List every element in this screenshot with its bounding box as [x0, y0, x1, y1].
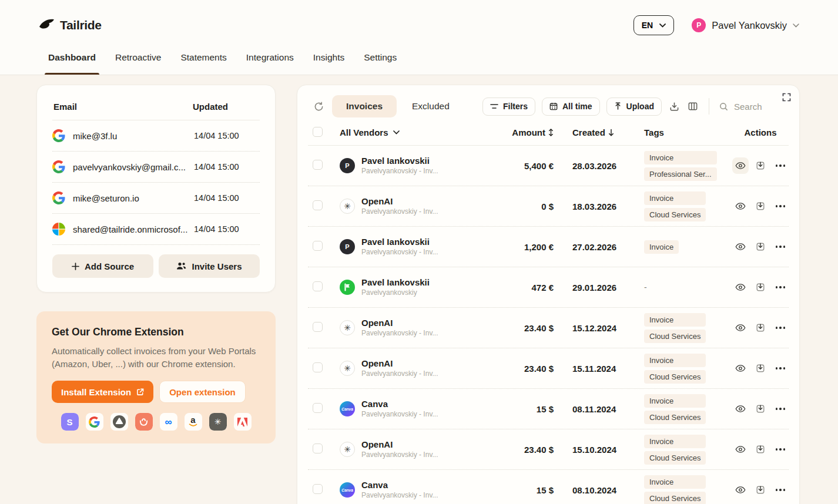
download-invoice-icon[interactable] — [752, 482, 769, 498]
upload-button[interactable]: Upload — [606, 98, 662, 116]
invoice-amount: 15 $ — [497, 404, 554, 414]
invoice-row[interactable]: P Pavel Iankovskii Pavelvyankovskiy - In… — [308, 146, 789, 186]
download-invoice-icon[interactable] — [752, 360, 769, 377]
view-invoice-icon[interactable] — [732, 441, 749, 458]
refresh-icon[interactable] — [314, 102, 324, 112]
invoice-row[interactable]: ✳ OpenAI Pavelvyankovskiy - Inv... 23.40… — [308, 429, 789, 470]
row-checkbox[interactable] — [313, 443, 323, 453]
invite-users-button[interactable]: Invite Users — [159, 254, 260, 278]
more-actions-icon[interactable] — [772, 198, 789, 214]
microsoft-icon — [52, 223, 65, 236]
download-invoice-icon[interactable] — [752, 198, 769, 214]
nav-tab[interactable]: Settings — [364, 51, 397, 75]
search-box — [719, 102, 789, 112]
row-checkbox[interactable] — [313, 484, 323, 494]
topbar: Tailride EN P Pavel Yankovskiy Dashboard — [0, 0, 838, 75]
vendor-subtitle: Pavelvyankovskiy - Inv... — [361, 369, 438, 379]
vendor-header-label: All Vendors — [340, 127, 388, 137]
more-actions-icon[interactable] — [772, 157, 789, 174]
more-actions-icon[interactable] — [772, 441, 789, 458]
more-actions-icon[interactable] — [772, 238, 789, 255]
expand-fullscreen-icon[interactable] — [782, 93, 791, 102]
vendor-column-header[interactable]: All Vendors — [340, 127, 497, 137]
nav-tab[interactable]: Integrations — [246, 51, 294, 75]
more-actions-icon[interactable] — [772, 320, 789, 336]
amount-column-header[interactable]: Amount — [497, 127, 554, 137]
invoice-tags: InvoiceCloud Services — [644, 313, 706, 343]
source-updated-time: 14/04 15:00 — [194, 131, 260, 140]
view-invoice-icon[interactable] — [732, 360, 749, 377]
invoice-row[interactable]: ✳ OpenAI Pavelvyankovskiy - Inv... 23.40… — [308, 308, 789, 348]
date-range-button[interactable]: All time — [542, 98, 600, 116]
created-header-label: Created — [572, 127, 605, 137]
download-icon[interactable] — [668, 102, 681, 112]
email-source-row[interactable]: shared@tailride.onmicrosof... 14/04 15:0… — [52, 214, 260, 245]
invoice-row[interactable]: ✳ OpenAI Pavelvyankovskiy - Inv... 0 $ 1… — [308, 186, 789, 227]
search-input[interactable] — [734, 102, 783, 112]
invoice-tags: InvoiceCloud Services — [644, 394, 706, 424]
invoice-row[interactable]: Canva Canva Pavelvyankovskiy - Inv... 15… — [308, 389, 789, 429]
more-actions-icon[interactable] — [772, 360, 789, 377]
more-actions-icon[interactable] — [772, 482, 789, 498]
add-source-button[interactable]: Add Source — [52, 254, 153, 278]
upload-label: Upload — [626, 102, 654, 111]
invoice-created-date: 29.01.2026 — [572, 283, 644, 293]
more-actions-icon[interactable] — [772, 279, 789, 295]
download-invoice-icon[interactable] — [752, 279, 769, 295]
email-source-row[interactable]: pavelvyankovskiy@gmail.c... 14/04 15:00 — [52, 152, 260, 183]
install-extension-button[interactable]: Install Extension — [52, 381, 153, 403]
download-invoice-icon[interactable] — [752, 157, 769, 174]
toolbar-divider — [709, 98, 709, 115]
download-invoice-icon[interactable] — [752, 401, 769, 417]
download-invoice-icon[interactable] — [752, 441, 769, 458]
language-selector[interactable]: EN — [633, 15, 674, 35]
view-invoice-icon[interactable] — [732, 320, 749, 336]
view-invoice-icon[interactable] — [732, 198, 749, 214]
invoice-row[interactable]: ✳ OpenAI Pavelvyankovskiy - Inv... 23.40… — [308, 348, 789, 389]
email-source-row[interactable]: mike@seturon.io 14/04 15:00 — [52, 183, 260, 214]
invoice-tags: InvoiceProfessional Ser... — [644, 151, 717, 181]
view-invoice-icon[interactable] — [732, 238, 749, 255]
view-invoice-icon[interactable] — [732, 157, 749, 174]
row-checkbox[interactable] — [313, 241, 323, 251]
row-checkbox[interactable] — [313, 362, 323, 372]
columns-icon[interactable] — [687, 102, 699, 111]
chrome-extension-card: Get Our Chrome Extension Automatically c… — [36, 311, 276, 443]
chevron-down-icon — [659, 23, 666, 28]
created-column-header[interactable]: Created — [572, 127, 644, 137]
nav-tab[interactable]: Statements — [180, 51, 226, 75]
row-checkbox[interactable] — [313, 403, 323, 413]
nav-tab-label: Statements — [180, 52, 226, 63]
invoice-tags: InvoiceCloud Services — [644, 191, 706, 221]
filters-button[interactable]: Filters — [482, 98, 535, 116]
user-menu[interactable]: P Pavel Yankovskiy — [692, 18, 799, 32]
tag-pill: Professional Ser... — [644, 167, 717, 181]
google-icon — [52, 129, 65, 142]
actions-header-label: Actions — [744, 127, 776, 137]
invoice-row[interactable]: Pavel Iankovskii Pavelvyankovskiy 472 € … — [308, 267, 789, 308]
view-invoice-icon[interactable] — [732, 279, 749, 295]
nav-tab[interactable]: Retroactive — [115, 51, 161, 75]
pavel-icon: P — [340, 239, 355, 254]
nav-tab[interactable]: Dashboard — [48, 51, 96, 75]
invoices-tab[interactable]: Excluded — [399, 95, 462, 117]
row-checkbox[interactable] — [313, 322, 323, 332]
row-checkbox[interactable] — [313, 200, 323, 210]
vendor-subtitle: Pavelvyankovskiy - Inv... — [361, 410, 438, 419]
nav-tab[interactable]: Insights — [313, 51, 344, 75]
view-invoice-icon[interactable] — [732, 401, 749, 417]
open-extension-button[interactable]: Open extension — [159, 381, 246, 403]
invoice-row[interactable]: P Pavel Iankovskii Pavelvyankovskiy - In… — [308, 227, 789, 267]
row-checkbox[interactable] — [313, 281, 323, 291]
row-checkbox[interactable] — [313, 160, 323, 170]
select-all-checkbox[interactable] — [313, 127, 323, 137]
vendor-subtitle: Pavelvyankovskiy — [361, 288, 430, 298]
more-actions-icon[interactable] — [772, 401, 789, 417]
email-source-row[interactable]: mike@3f.lu 14/04 15:00 — [52, 120, 260, 152]
download-invoice-icon[interactable] — [752, 320, 769, 336]
invoices-tab[interactable]: Invoices — [332, 95, 397, 117]
view-invoice-icon[interactable] — [732, 482, 749, 498]
invoice-row[interactable]: Canva Canva Pavelvyankovskiy - Inv... 15… — [308, 470, 789, 504]
download-invoice-icon[interactable] — [752, 238, 769, 255]
invite-users-label: Invite Users — [192, 261, 242, 271]
